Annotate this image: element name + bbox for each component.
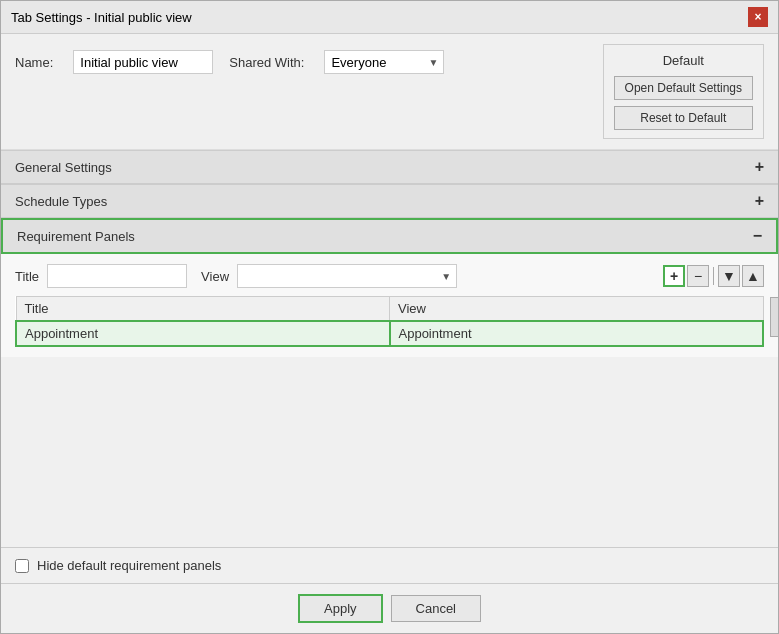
panel-title-input[interactable] bbox=[47, 264, 187, 288]
section-toggle-general-settings: + bbox=[755, 159, 764, 175]
toolbar-separator bbox=[713, 267, 714, 285]
remove-panel-button[interactable]: − bbox=[687, 265, 709, 287]
panel-title-label: Title bbox=[15, 269, 39, 284]
hide-default-panels-label: Hide default requirement panels bbox=[37, 558, 221, 573]
default-panel: Default Open Default Settings Reset to D… bbox=[603, 44, 764, 139]
table-header-view: View bbox=[390, 297, 764, 322]
section-title-general-settings: General Settings bbox=[15, 160, 112, 175]
shared-with-select[interactable]: Everyone Me Specific Users bbox=[324, 50, 444, 74]
dialog-body: Name: Shared With: Everyone Me Specific … bbox=[1, 34, 778, 633]
apply-button[interactable]: Apply bbox=[298, 594, 383, 623]
close-button[interactable]: × bbox=[748, 7, 768, 27]
panel-view-label: View bbox=[201, 269, 229, 284]
default-panel-title: Default bbox=[614, 53, 753, 68]
name-input[interactable] bbox=[73, 50, 213, 74]
section-header-requirement-panels[interactable]: Requirement Panels − bbox=[1, 218, 778, 254]
dialog-container: Tab Settings - Initial public view × Nam… bbox=[0, 0, 779, 634]
section-title-requirement-panels: Requirement Panels bbox=[17, 229, 135, 244]
add-panel-button[interactable]: + bbox=[663, 265, 685, 287]
section-toggle-requirement-panels: − bbox=[753, 228, 762, 244]
title-bar: Tab Settings - Initial public view × bbox=[1, 1, 778, 34]
shared-with-dropdown-wrapper: Everyone Me Specific Users ▼ bbox=[324, 50, 444, 74]
row-title-cell: Appointment bbox=[16, 321, 390, 346]
requirement-panels-content: Title View Appointment Day Week Month ▼ bbox=[1, 254, 778, 357]
panel-view-select[interactable]: Appointment Day Week Month bbox=[237, 264, 457, 288]
move-up-button[interactable]: ▲ bbox=[742, 265, 764, 287]
panel-toolbar-row: Title View Appointment Day Week Month ▼ bbox=[15, 264, 764, 288]
table-header-title: Title bbox=[16, 297, 390, 322]
cancel-button[interactable]: Cancel bbox=[391, 595, 481, 622]
section-header-schedule-types[interactable]: Schedule Types + bbox=[1, 184, 778, 218]
reset-to-default-button[interactable]: Reset to Default bbox=[614, 106, 753, 130]
panels-table: Title View Appointment Appointment bbox=[15, 296, 764, 347]
row-view-cell: Appointment bbox=[390, 321, 764, 346]
section-header-general-settings[interactable]: General Settings + bbox=[1, 150, 778, 184]
dialog-title: Tab Settings - Initial public view bbox=[11, 10, 192, 25]
hide-default-panels-checkbox[interactable] bbox=[15, 559, 29, 573]
move-down-button[interactable]: ▼ bbox=[718, 265, 740, 287]
name-label: Name: bbox=[15, 55, 53, 70]
section-title-schedule-types: Schedule Types bbox=[15, 194, 107, 209]
sections-area: General Settings + Schedule Types + Requ… bbox=[1, 150, 778, 547]
shared-with-label: Shared With: bbox=[229, 55, 304, 70]
bottom-checkbox-area: Hide default requirement panels bbox=[1, 547, 778, 583]
toolbar-buttons: + − ▼ ▲ bbox=[663, 265, 764, 287]
section-toggle-schedule-types: + bbox=[755, 193, 764, 209]
top-area: Name: Shared With: Everyone Me Specific … bbox=[1, 34, 778, 150]
table-row[interactable]: Appointment Appointment bbox=[16, 321, 763, 346]
panel-view-dropdown-wrapper: Appointment Day Week Month ▼ bbox=[237, 264, 457, 288]
resize-handle[interactable] bbox=[770, 297, 778, 337]
dialog-footer: Apply Cancel bbox=[1, 583, 778, 633]
open-default-settings-button[interactable]: Open Default Settings bbox=[614, 76, 753, 100]
name-shared-row: Name: Shared With: Everyone Me Specific … bbox=[15, 50, 444, 74]
